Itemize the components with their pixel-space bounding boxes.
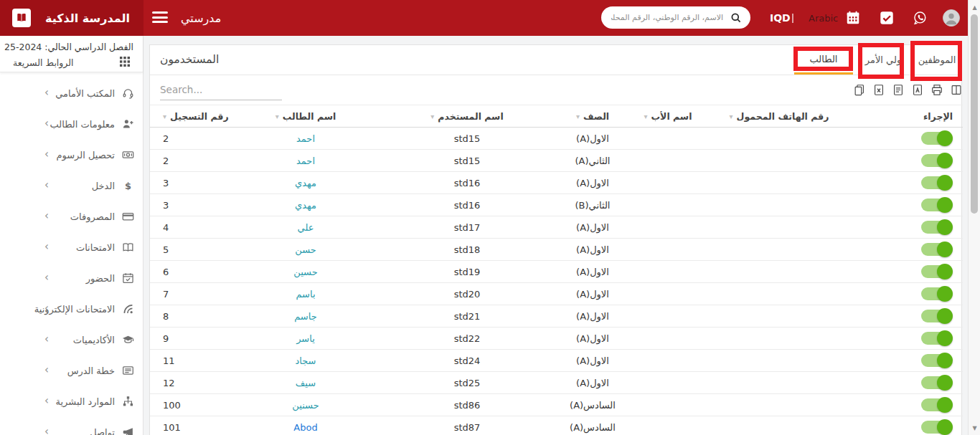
student-name-cell: مهدي [237,194,374,216]
status-toggle[interactable] [921,375,953,391]
status-toggle[interactable] [921,264,953,279]
tab-guardian[interactable]: ولي الأمر [859,45,908,75]
pdf-icon[interactable] [911,83,924,97]
apps-grid-icon[interactable] [120,57,130,67]
sidebar-item-communicate[interactable]: تواصل [0,416,143,435]
toggle-knob [937,330,953,346]
currency-selector[interactable]: IQD [770,0,791,36]
action-cell [847,328,963,350]
language-selector[interactable]: Arabic [809,0,838,36]
toggle-knob [937,397,953,413]
status-toggle[interactable] [921,219,953,235]
registration-no-cell: 101 [150,416,237,435]
status-toggle[interactable] [921,153,953,168]
tab-staff[interactable]: الموظفين [910,45,963,75]
logo-block[interactable]: المدرسة الذكية [0,0,143,36]
sidebar-item-lesson-plan[interactable]: خطة الدرس [0,355,143,386]
username-cell: std24 [374,350,560,372]
status-toggle[interactable] [921,419,953,435]
whatsapp-icon[interactable] [912,10,928,26]
columns-icon[interactable] [950,83,963,97]
status-toggle[interactable] [921,397,953,413]
sidebar-item-fees-collection[interactable]: تحصيل الرسوم [0,139,143,170]
student-name-link[interactable]: احمد [296,156,315,166]
chevron-left-icon [44,270,49,283]
sidebar-item-student-information[interactable]: معلومات الطالب [0,108,143,139]
class-cell: الثاني(B) [560,194,625,216]
student-name-link[interactable]: Abod [293,422,317,433]
status-toggle[interactable] [921,308,953,324]
quick-links-label[interactable]: الروابط السريعة [13,57,74,68]
copy-icon[interactable] [853,83,866,97]
toggle-knob [937,375,953,391]
vertical-scrollbar[interactable] [968,0,980,435]
excel-icon[interactable] [872,83,885,97]
sidebar-item-expenses[interactable]: المصروفات [0,201,143,231]
table-row: 6حسينstd19الاول(A) [150,261,963,283]
file-text-icon[interactable] [892,83,905,97]
student-name-link[interactable]: باسم [296,289,315,300]
registration-no-cell: 7 [150,283,237,305]
mobile-number-cell [711,128,847,150]
column-header-student-name[interactable]: ▾اسم الطالب [237,105,374,128]
table-search-field [160,82,282,100]
column-header-username[interactable]: ▾اسم المستخدم [374,105,560,128]
scrollbar-up-arrow[interactable] [969,1,980,13]
mobile-number-cell [711,150,847,172]
sidebar-item-front-office[interactable]: المكتب الأمامي [0,77,143,108]
sidebar-item-academics[interactable]: الأكاديميات [0,324,143,355]
username-cell: std17 [374,216,560,239]
sidebar-item-human-resources[interactable]: الموارد البشرية [0,386,143,416]
student-name-link[interactable]: جاسم [294,311,317,322]
sidebar-item-online-examinations[interactable]: الامتحانات الإلكترونية [0,293,143,324]
student-name-link[interactable]: احمد [296,133,315,144]
sidebar-item-income[interactable]: الدخل $ [0,170,143,201]
chevron-left-icon [44,424,49,435]
registration-no-cell: 5 [150,239,237,261]
column-header-class[interactable]: ▾الصف [560,105,625,128]
column-header-father-name[interactable]: ▾اسم الأب [625,105,711,128]
users-table: ▾رقم التسجيل ▾اسم الطالب ▾اسم المستخدم ▾… [150,105,963,435]
sidebar-item-examinations[interactable]: الامتحانات [0,231,143,262]
scrollbar-thumb[interactable] [971,14,978,214]
calendar-icon[interactable] [845,10,861,26]
student-name-link[interactable]: سيف [296,378,316,388]
chevron-left-icon [44,147,49,160]
search-icon [730,12,742,24]
status-toggle[interactable] [921,197,953,213]
registration-no-cell: 11 [150,350,237,372]
status-toggle[interactable] [921,330,953,346]
student-name-link[interactable]: حسنين [292,400,319,411]
student-name-link[interactable]: حسين [293,267,317,277]
tasks-check-icon[interactable] [879,10,895,26]
global-search-input[interactable] [610,12,725,23]
student-name-link[interactable]: ياسر [296,333,315,344]
registration-no-cell: 2 [150,128,237,150]
sort-icon: ▾ [644,113,648,120]
user-avatar[interactable] [943,9,960,27]
student-name-link[interactable]: سجاد [295,355,316,366]
student-name-link[interactable]: حسن [295,244,316,255]
status-toggle[interactable] [921,286,953,302]
print-icon[interactable] [930,83,943,97]
table-search-input[interactable] [160,82,282,100]
class-cell: الاول(A) [560,128,625,150]
status-toggle[interactable] [921,242,953,257]
global-search-box[interactable] [601,6,750,29]
scrollbar-down-arrow[interactable] [969,422,980,434]
hamburger-menu-icon[interactable] [152,11,168,24]
sidebar-item-label: معلومات الطالب [50,118,115,129]
toggle-knob [937,419,953,435]
chevron-left-icon [44,209,49,221]
status-toggle[interactable] [921,175,953,191]
status-toggle[interactable] [921,130,953,146]
column-header-mobile-number[interactable]: ▾رقم الهاتف المحمول [711,105,847,128]
student-name-link[interactable]: مهدي [295,200,316,211]
tab-student[interactable]: الطالب [794,45,853,75]
student-name-link[interactable]: مهدي [295,178,316,188]
status-toggle[interactable] [921,353,953,368]
sidebar-item-attendance[interactable]: الحضور [0,262,143,293]
chevron-left-icon [44,116,49,129]
column-header-registration-no[interactable]: ▾رقم التسجيل [150,105,237,128]
student-name-link[interactable]: علي [298,222,314,233]
